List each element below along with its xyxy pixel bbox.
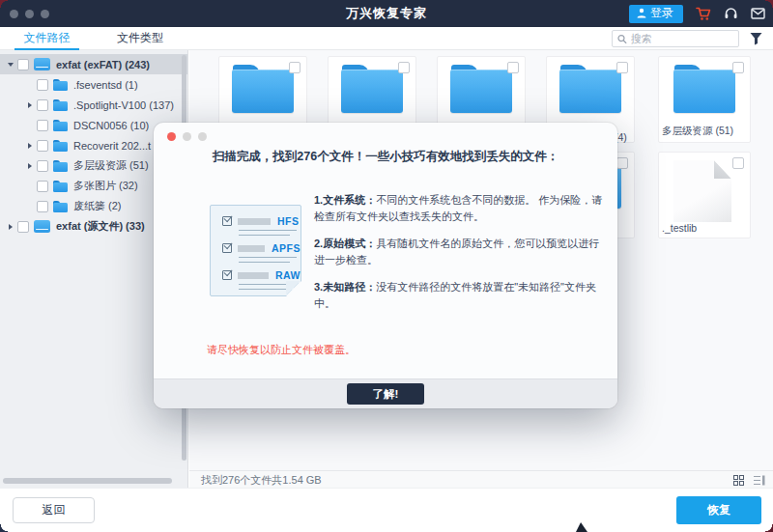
sidebar-item-label: 废纸篓 (2) bbox=[73, 199, 122, 213]
checkbox[interactable] bbox=[37, 201, 48, 212]
view-toggle bbox=[733, 475, 765, 486]
titlebar-actions: 登录 bbox=[629, 0, 765, 27]
search-box[interactable] bbox=[612, 30, 739, 47]
sidebar-item-exfat[interactable]: exfat (exFAT) (243) bbox=[0, 54, 187, 74]
zoom-dialog-icon bbox=[198, 132, 207, 141]
tab-file-path[interactable]: 文件路径 bbox=[14, 30, 79, 50]
sidebar-item-label: exfat (exFAT) (243) bbox=[56, 59, 150, 70]
filter-icon[interactable] bbox=[749, 32, 763, 45]
file-tile-multilevel[interactable]: 多层级资源 (51) bbox=[658, 56, 751, 143]
file-tile-testlib[interactable]: ._testlib bbox=[658, 152, 751, 238]
list-view-icon[interactable] bbox=[754, 475, 765, 486]
placeholder-lines bbox=[239, 284, 301, 290]
tile-checkbox[interactable] bbox=[732, 157, 744, 169]
checkmark-icon bbox=[222, 270, 232, 280]
chevron-right-icon[interactable] bbox=[28, 163, 32, 169]
chevron-right-icon[interactable] bbox=[28, 102, 32, 108]
checkbox[interactable] bbox=[17, 221, 29, 233]
status-bar: 找到276个文件共1.54 GB bbox=[189, 470, 773, 490]
sidebar-item-label: exfat (源文件) (33) bbox=[56, 219, 145, 234]
tile-checkbox[interactable] bbox=[616, 62, 628, 73]
folder-icon bbox=[53, 99, 68, 111]
placeholder-lines bbox=[239, 230, 301, 236]
dialog-footer: 了解! bbox=[154, 378, 617, 408]
app-window: 万兴恢复专家 登录 文件路径 文件类型 exfat (exFAT) (243) bbox=[0, 0, 773, 532]
chevron-down-icon[interactable] bbox=[8, 63, 14, 67]
dialog-title: 扫描完成，找到276个文件！一些小技巧有效地找到丢失的文件： bbox=[173, 149, 598, 165]
tile-label: ._testlib bbox=[662, 222, 747, 234]
folder-icon bbox=[53, 160, 68, 172]
sidebar-item-label: .fseventsd (1) bbox=[73, 79, 138, 91]
title-bar: 万兴恢复专家 登录 bbox=[0, 0, 773, 27]
folder-icon bbox=[559, 65, 621, 113]
grid-view-icon[interactable] bbox=[733, 475, 744, 486]
login-button[interactable]: 登录 bbox=[629, 5, 683, 23]
sidebar-item-label: .Spotlight-V100 (137) bbox=[73, 99, 174, 111]
back-button[interactable]: 返回 bbox=[13, 497, 95, 523]
tip-unknown-path: 3.未知路径：没有文件路径的文件将放置在"未知路径"文件夹中。 bbox=[314, 279, 606, 312]
tile-checkbox[interactable] bbox=[507, 62, 519, 73]
scan-complete-dialog: 扫描完成，找到276个文件！一些小技巧有效地找到丢失的文件： HFS APFS … bbox=[154, 123, 617, 408]
illustration-row: HFS bbox=[222, 216, 301, 226]
search-input[interactable] bbox=[631, 33, 733, 44]
checkbox[interactable] bbox=[37, 99, 48, 111]
bottom-action-bar: 返回 恢复 bbox=[0, 488, 773, 532]
file-document-icon bbox=[673, 160, 731, 222]
checkbox[interactable] bbox=[37, 120, 48, 131]
folder-icon bbox=[53, 201, 68, 212]
placeholder-bar bbox=[238, 272, 269, 279]
tile-checkbox[interactable] bbox=[616, 157, 628, 169]
dialog-traffic-lights[interactable] bbox=[167, 132, 207, 141]
tab-file-type[interactable]: 文件类型 bbox=[111, 30, 169, 50]
close-dialog-icon[interactable] bbox=[167, 132, 176, 141]
tile-label: 多层级资源 (51) bbox=[662, 125, 747, 138]
folder-icon bbox=[673, 65, 735, 113]
tile-checkbox[interactable] bbox=[732, 62, 744, 73]
login-label: 登录 bbox=[650, 5, 673, 21]
illustration-row: RAW bbox=[222, 270, 301, 280]
sidebar-item-label: DSCN0056 (10) bbox=[73, 120, 149, 131]
folder-icon bbox=[341, 65, 403, 113]
folder-icon bbox=[53, 79, 68, 91]
checkbox[interactable] bbox=[37, 181, 48, 192]
chevron-right-icon[interactable] bbox=[28, 143, 32, 149]
tip-label: 2.原始模式： bbox=[314, 238, 376, 249]
toolbar: 文件路径 文件类型 bbox=[0, 27, 773, 50]
got-it-button[interactable]: 了解! bbox=[347, 383, 424, 405]
folder-icon bbox=[53, 181, 68, 192]
tile-checkbox[interactable] bbox=[398, 62, 410, 73]
tip-label: 1.文件系统： bbox=[314, 194, 376, 206]
fs-label: APFS bbox=[272, 242, 301, 254]
checkbox[interactable] bbox=[37, 160, 48, 172]
user-icon bbox=[637, 8, 646, 18]
fs-label: RAW bbox=[275, 269, 301, 281]
sidebar-item-label: 多层级资源 (51) bbox=[73, 158, 149, 173]
cart-icon[interactable] bbox=[696, 7, 711, 21]
folder-icon bbox=[232, 65, 294, 113]
recover-button[interactable]: 恢复 bbox=[676, 496, 761, 524]
sidebar-item-spotlight[interactable]: .Spotlight-V100 (137) bbox=[0, 95, 187, 115]
mail-icon[interactable] bbox=[751, 8, 765, 19]
headset-icon[interactable] bbox=[724, 7, 738, 20]
horizontal-scrollbar[interactable] bbox=[3, 478, 172, 484]
tile-checkbox[interactable] bbox=[289, 62, 301, 73]
checkbox[interactable] bbox=[37, 79, 48, 91]
placeholder-lines bbox=[239, 257, 301, 263]
illustration-row: APFS bbox=[222, 243, 301, 253]
checkmark-icon bbox=[222, 243, 232, 253]
search-icon bbox=[617, 34, 627, 44]
checkbox[interactable] bbox=[37, 140, 48, 152]
sidebar-item-fseventsd[interactable]: .fseventsd (1) bbox=[0, 74, 187, 95]
placeholder-bar bbox=[238, 245, 265, 252]
chevron-right-icon[interactable] bbox=[9, 224, 13, 230]
dialog-tips: 1.文件系统：不同的文件系统包含不同的数据。 作为保险，请检查所有文件夹以查找丢… bbox=[314, 192, 606, 322]
sidebar-item-label: 多张图片 (32) bbox=[73, 179, 138, 193]
tip-raw-mode: 2.原始模式：具有随机文件名的原始文件，您可以预览以进行进一步检查。 bbox=[314, 236, 606, 268]
checkbox[interactable] bbox=[17, 59, 29, 70]
folder-icon bbox=[53, 120, 68, 131]
drive-icon bbox=[34, 58, 50, 70]
checkmark-icon bbox=[222, 216, 232, 226]
tip-file-system: 1.文件系统：不同的文件系统包含不同的数据。 作为保险，请检查所有文件夹以查找丢… bbox=[314, 192, 606, 225]
fs-label: HFS bbox=[277, 215, 300, 227]
minimize-dialog-icon bbox=[183, 132, 191, 141]
